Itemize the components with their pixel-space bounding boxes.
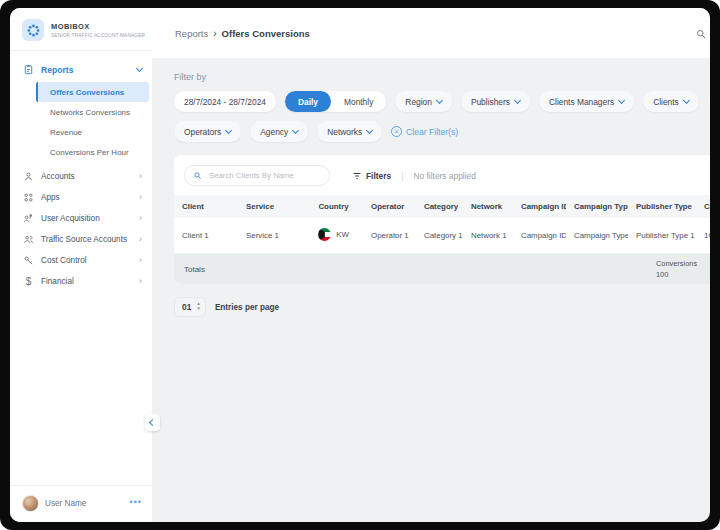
breadcrumb-reports[interactable]: Reports (175, 28, 208, 39)
filter-region-dropdown[interactable]: Region (395, 91, 452, 112)
search-input[interactable] (207, 170, 321, 181)
cell-network: Network 1 (463, 218, 513, 254)
filter-operators-dropdown[interactable]: Operators (174, 121, 241, 142)
filter-services-dropdown[interactable]: Services (708, 91, 710, 112)
cell-conversions: 100 (696, 218, 710, 254)
dropdown-label: Networks (327, 127, 362, 137)
reports-subnav: Offers Conversions Networks Conversions … (10, 79, 152, 166)
dropdown-label: Region (405, 97, 432, 107)
chevron-right-icon: › (139, 235, 142, 244)
filter-by-label: Filter by (174, 72, 710, 82)
chevron-down-icon (292, 127, 299, 134)
period-toggle: Daily Monthly (285, 91, 386, 112)
dropdown-label: Operators (184, 127, 221, 137)
sidebar-item-label: Financial (41, 277, 132, 286)
app-logo: MOBIBOX SENIOR TRAFFIC ACCOUNT MANAGER (10, 8, 152, 50)
cell-client: Client 1 (174, 218, 238, 254)
toolbar-separator: | (401, 171, 403, 181)
funnel-icon (352, 171, 362, 181)
conversions-table: Client Service Country Operator Category… (174, 195, 710, 254)
col-client: Client (174, 195, 238, 218)
collapse-chevron-icon (149, 419, 156, 426)
filter-row-2: Operators Agency Networks × Clear Filter… (174, 121, 710, 142)
chevron-down-icon (436, 97, 443, 104)
filter-publishers-dropdown[interactable]: Publishers (461, 91, 530, 112)
breadcrumb: Reports › Offers Conversions (152, 28, 310, 39)
spinner-down-icon[interactable]: ▼ (196, 307, 201, 312)
col-publisher-type: Publisher Type (628, 195, 696, 218)
pagination: 01 ▲ ▼ Entries per page (174, 297, 710, 317)
sidebar-item-apps[interactable]: Apps › (10, 187, 152, 208)
chevron-down-icon (366, 127, 373, 134)
filters-button[interactable]: Filters (352, 171, 391, 181)
user-menu-button[interactable]: ••• (130, 498, 142, 510)
user-name: User Name (45, 499, 124, 508)
breadcrumb-separator: › (213, 28, 216, 39)
filter-networks-dropdown[interactable]: Networks (317, 121, 382, 142)
filter-agency-dropdown[interactable]: Agency (250, 121, 308, 142)
entries-per-page-value[interactable]: 01 (182, 302, 191, 312)
topbar: Reports › Offers Conversions (152, 8, 710, 58)
chevron-down-icon (136, 65, 143, 72)
main-area: Reports › Offers Conversions Filter by 2… (152, 8, 710, 522)
search-icon[interactable] (695, 26, 707, 44)
chevron-right-icon: › (139, 277, 142, 286)
totals-conversions-value: 100 (656, 269, 697, 280)
entries-per-page-stepper[interactable]: 01 ▲ ▼ (174, 297, 206, 317)
sidebar-item-accounts[interactable]: Accounts › (10, 166, 152, 187)
cell-country: KW (304, 218, 363, 254)
sidebar-item-offers-conversions[interactable]: Offers Conversions (36, 82, 149, 102)
sidebar-collapse-button[interactable] (145, 414, 160, 431)
period-daily-button[interactable]: Daily (285, 91, 331, 112)
sidebar-nav: Reports Offers Conversions Networks Conv… (10, 51, 152, 292)
clear-filters-button[interactable]: × Clear Filter(s) (391, 126, 458, 137)
screen-frame: MOBIBOX SENIOR TRAFFIC ACCOUNT MANAGER R… (0, 0, 720, 530)
clients-search-box[interactable] (184, 165, 330, 186)
col-operator: Operator (363, 195, 416, 218)
cell-operator: Operator 1 (363, 218, 416, 254)
chevron-right-icon: › (139, 193, 142, 202)
clear-circle-x-icon: × (391, 126, 402, 137)
sidebar-item-user-acquisition[interactable]: User Acquisition › (10, 208, 152, 229)
mobibox-logo-icon (22, 19, 44, 41)
col-conversions: Conversions (696, 195, 710, 218)
user-acquisition-icon (23, 213, 34, 224)
sidebar-item-conversions-per-hour[interactable]: Conversions Per Hour (36, 142, 149, 162)
app-window: MOBIBOX SENIOR TRAFFIC ACCOUNT MANAGER R… (10, 8, 710, 522)
col-campaign-id: Campaign ID (513, 195, 566, 218)
sidebar-item-cost-control[interactable]: Cost Control › (10, 250, 152, 271)
date-range-input[interactable]: 28/7/2024 - 28/7/2024 (174, 91, 276, 112)
sidebar-item-financial[interactable]: $ Financial › (10, 271, 152, 292)
dropdown-label: Agency (260, 127, 288, 137)
totals-conversions: Conversions 100 (656, 258, 697, 280)
chevron-right-icon: › (139, 256, 142, 265)
col-service: Service (238, 195, 304, 218)
sidebar-item-label: Cost Control (41, 256, 132, 265)
sidebar-item-label: Accounts (41, 172, 132, 181)
sidebar-item-traffic-source-accounts[interactable]: Traffic Source Accounts › (10, 229, 152, 250)
chevron-down-icon (514, 97, 521, 104)
sidebar-item-revenue[interactable]: Revenue (36, 122, 149, 142)
filters-button-label: Filters (366, 171, 391, 181)
chevron-down-icon (683, 97, 690, 104)
filter-clients-managers-dropdown[interactable]: Clients Managers (539, 91, 634, 112)
avatar (22, 495, 39, 512)
traffic-source-accounts-icon (23, 234, 34, 245)
sidebar-item-reports[interactable]: Reports (10, 60, 152, 79)
period-monthly-button[interactable]: Monthly (331, 91, 386, 112)
cost-control-icon (23, 255, 34, 266)
apps-icon (23, 192, 34, 203)
user-row: User Name ••• (10, 486, 152, 522)
sidebar-item-label: User Acquisition (41, 214, 132, 223)
filter-clients-dropdown[interactable]: Clients (643, 91, 699, 112)
sidebar-item-label: Apps (41, 193, 132, 202)
accounts-icon (23, 171, 34, 182)
cell-service: Service 1 (238, 218, 304, 254)
financial-icon: $ (23, 276, 34, 287)
chevron-down-icon (618, 97, 625, 104)
results-card: Filters | No filters applied Client (174, 155, 710, 284)
chevron-right-icon: › (139, 172, 142, 181)
cell-campaign-id: Campaign ID 1 (513, 218, 566, 254)
sidebar-item-networks-conversions[interactable]: Networks Conversions (36, 102, 149, 122)
col-network: Network (463, 195, 513, 218)
